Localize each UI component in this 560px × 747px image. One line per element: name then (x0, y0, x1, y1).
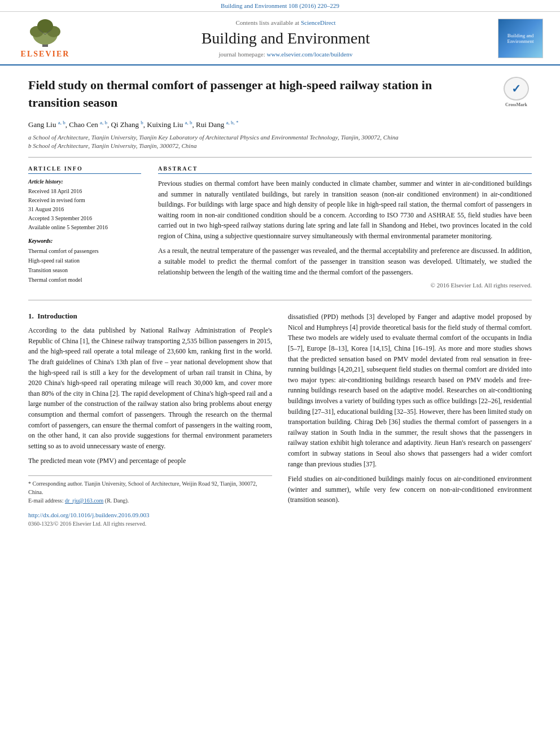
title-text: Field study on thermal comfort of passen… (28, 78, 432, 110)
affiliation-a-text: a School of Architecture, Tianjin Univer… (28, 134, 399, 141)
crossmark-circle: ✓ (504, 77, 529, 101)
corresponding-text: * Corresponding author. Tianjin Universi… (28, 480, 257, 495)
elsevier-logo-area: ELSEVIER (11, 18, 79, 59)
journal-homepage-line: journal homepage: www.elsevier.com/locat… (79, 51, 492, 58)
article-header-area: Field study on thermal comfort of passen… (0, 65, 560, 300)
email-link[interactable]: dr_rju@163.com (65, 497, 103, 504)
sciencedirect-anchor[interactable]: ScienceDirect (301, 19, 336, 26)
abstract-column: Abstract Previous studies on thermal com… (158, 165, 532, 289)
intro-right-text: dissatisfied (PPD) methods [3] developed… (288, 312, 532, 505)
intro-para1: According to the data published by Natio… (28, 325, 272, 451)
accepted-date: Accepted 3 September 2016 (28, 214, 141, 223)
intro-number: 1. (28, 312, 34, 320)
abstract-para1: Previous studies on thermal comfort have… (158, 178, 532, 242)
elsevier-logo: ELSEVIER (21, 18, 70, 59)
journal-reference: Building and Environment 108 (2016) 220–… (0, 0, 560, 12)
elsevier-tree-icon (23, 18, 68, 49)
abstract-text: Previous studies on thermal comfort have… (158, 178, 532, 277)
homepage-url[interactable]: www.elsevier.com/locate/buildenv (266, 51, 352, 58)
journal-cover-area: Building and Environment (492, 19, 549, 58)
keyword-high-speed: High-speed rail station (28, 256, 141, 265)
elsevier-wordmark: ELSEVIER (21, 50, 70, 59)
keyword-transition: Transition season (28, 265, 141, 275)
crossmark-badge[interactable]: ✓ CrossMark (501, 77, 532, 108)
journal-ref-text: Building and Environment 108 (2016) 220–… (221, 2, 339, 9)
intro-right-para2: Field studies on air-conditioned buildin… (288, 474, 532, 505)
body-left-column: 1. Introduction According to the data pu… (28, 312, 272, 527)
issn-text: 0360-1323/© 2016 Elsevier Ltd. All right… (28, 521, 272, 527)
intro-section-title: 1. Introduction (28, 312, 272, 321)
article-info-heading: Article Info (28, 165, 141, 174)
journal-cover-image: Building and Environment (498, 19, 543, 58)
affiliation-b: b School of Architecture, Tianjin Univer… (28, 142, 532, 149)
crossmark-icon: ✓ (511, 81, 521, 97)
keyword-thermal-comfort: Thermal comfort of passengers (28, 246, 141, 256)
crossmark-label: CrossMark (505, 102, 527, 108)
journal-title: Building and Environment (79, 29, 492, 47)
available-date: Available online 5 September 2016 (28, 223, 141, 232)
affiliation-b-text: b School of Architecture, Tianjin Univer… (28, 142, 196, 149)
intro-body-text: According to the data published by Natio… (28, 325, 272, 466)
intro-right-para1: dissatisfied (PPD) methods [3] developed… (288, 312, 532, 469)
corresponding-footnote: * Corresponding author. Tianjin Universi… (28, 479, 272, 505)
intro-title: Introduction (37, 312, 77, 320)
revised-date: Received in revised form31 August 2016 (28, 196, 141, 214)
email-person: (R. Dang). (105, 497, 129, 504)
received-date: Received 18 April 2016 (28, 187, 141, 196)
article-info-column: Article Info Article history: Received 1… (28, 165, 141, 289)
body-columns: 1. Introduction According to the data pu… (28, 312, 532, 527)
journal-header: ELSEVIER Contents lists available at Sci… (0, 12, 560, 65)
journal-title-area: Contents lists available at ScienceDirec… (79, 19, 492, 58)
history-label: Article history: (28, 178, 141, 185)
intro-para2: The predicted mean vote (PMV) and percen… (28, 456, 272, 466)
header-divider (28, 157, 532, 158)
sciencedirect-link[interactable]: Contents lists available at ScienceDirec… (79, 19, 492, 26)
info-abstract-section: Article Info Article history: Received 1… (28, 165, 532, 289)
authors-line: Gang Liu a, b, Chao Cen a, b, Qi Zhang b… (28, 120, 532, 129)
footnote-area: * Corresponding author. Tianjin Universi… (28, 475, 272, 505)
cover-text: Building and Environment (501, 33, 540, 44)
copyright-notice: © 2016 Elsevier Ltd. All rights reserved… (158, 282, 532, 289)
abstract-heading: Abstract (158, 165, 532, 174)
doi-area: http://dx.doi.org/10.1016/j.buildenv.201… (28, 510, 272, 519)
affiliation-a: a School of Architecture, Tianjin Univer… (28, 134, 532, 141)
keywords-label: Keywords: (28, 238, 141, 244)
homepage-label: journal homepage: (219, 51, 265, 58)
keyword-model: Thermal comfort model (28, 275, 141, 285)
abstract-para2: As a result, the neutral temperature of … (158, 246, 532, 277)
main-body: 1. Introduction According to the data pu… (0, 300, 560, 538)
article-title: Field study on thermal comfort of passen… (28, 77, 532, 112)
contents-text: Contents lists available at (235, 19, 299, 26)
body-right-column: dissatisfied (PPD) methods [3] developed… (288, 312, 532, 527)
email-label: E-mail address: (28, 497, 63, 504)
svg-point-4 (37, 19, 53, 33)
doi-link[interactable]: http://dx.doi.org/10.1016/j.buildenv.201… (28, 512, 150, 518)
